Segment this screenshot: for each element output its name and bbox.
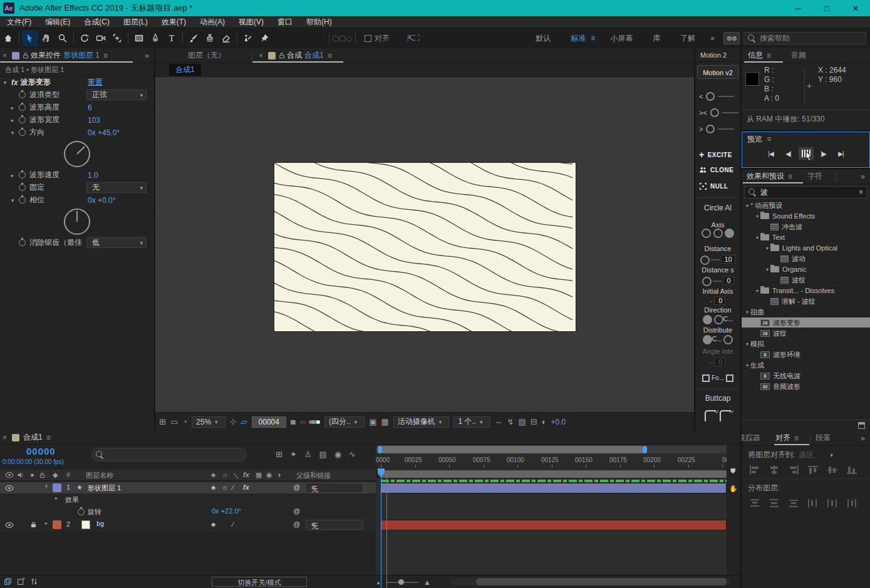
- zoom-tool[interactable]: [54, 30, 71, 46]
- timeline-button-icon[interactable]: ▤: [519, 417, 526, 426]
- snap-align-toggle[interactable]: 对齐: [365, 33, 390, 44]
- distance-control[interactable]: 10: [695, 255, 740, 265]
- navigator-start-handle[interactable]: [378, 446, 382, 453]
- pen-tool[interactable]: [147, 30, 163, 46]
- chevron-right-icon[interactable]: ▸: [9, 117, 16, 123]
- selection-tool[interactable]: [22, 30, 38, 46]
- corner-path-icon[interactable]: [720, 410, 731, 421]
- region-of-interest-icon[interactable]: ▣: [369, 417, 376, 426]
- first-frame-button[interactable]: |◀: [764, 147, 779, 160]
- time-ruler[interactable]: 0000 00025 00050 00075 00100 00125 00150…: [376, 455, 740, 468]
- effect-header-row[interactable]: ▾ fx 波形变形 重置: [0, 76, 154, 89]
- layer-name[interactable]: 形状图层 1: [88, 483, 121, 493]
- stopwatch-icon[interactable]: [19, 197, 26, 204]
- effect-name[interactable]: 波形变形: [21, 77, 51, 88]
- tree-effect[interactable]: 8波形环境: [742, 349, 870, 360]
- wave-width-value[interactable]: 103: [88, 116, 100, 125]
- camera-dropdown[interactable]: 活动摄像机▾: [393, 416, 450, 428]
- flowchart-icon[interactable]: ⊟: [531, 417, 537, 426]
- help-search-input[interactable]: [760, 34, 854, 43]
- panel-menu-icon[interactable]: ≡: [46, 433, 51, 442]
- layer-color-swatch[interactable]: [53, 483, 61, 492]
- switch-shy-icon[interactable]: ♣: [211, 520, 215, 528]
- align-center-v-icon[interactable]: [827, 465, 838, 475]
- panel-overflow-icon[interactable]: »: [856, 172, 870, 181]
- switch-shy-icon[interactable]: ♣: [211, 483, 215, 491]
- initial-axis-value[interactable]: 0: [714, 296, 725, 305]
- anchor-left-slider[interactable]: <: [699, 92, 734, 101]
- workspace-library[interactable]: 库: [643, 33, 670, 44]
- maximize-button[interactable]: □: [812, 0, 841, 16]
- distance-s-value[interactable]: 0: [723, 276, 734, 285]
- mask-visibility-icon[interactable]: ◔: [182, 417, 187, 426]
- timeline-horizontal-scrollbar[interactable]: [450, 578, 730, 585]
- timeline-search[interactable]: [91, 448, 247, 462]
- distance-s-control[interactable]: 0: [695, 276, 740, 286]
- snapshot-icon[interactable]: ◙: [291, 417, 296, 426]
- tree-preset[interactable]: 波动: [742, 254, 870, 264]
- eye-icon[interactable]: [5, 485, 14, 492]
- crosshair-icon[interactable]: ⇱: [407, 34, 414, 43]
- parent-dropdown[interactable]: 无▾: [306, 483, 363, 493]
- stopwatch-icon[interactable]: [19, 184, 26, 191]
- transfer-controls-icon[interactable]: [30, 577, 38, 585]
- panel-overflow-icon[interactable]: »: [856, 434, 870, 443]
- align-right-icon[interactable]: [788, 465, 799, 475]
- menu-layer[interactable]: 图层(L): [117, 16, 155, 28]
- tree-effect[interactable]: 8无线电波: [742, 371, 870, 381]
- tab-character[interactable]: 字符: [807, 171, 822, 182]
- current-frame-field[interactable]: 00004: [252, 416, 286, 428]
- tab-align[interactable]: 对齐: [775, 433, 790, 443]
- rotation-property-row[interactable]: 旋转 0x +22.0° @: [0, 506, 376, 519]
- buttcap-options[interactable]: [695, 410, 740, 423]
- exposure-icon[interactable]: ◐: [542, 417, 547, 426]
- effects-search-input[interactable]: [760, 188, 848, 197]
- chevron-right-icon[interactable]: ▸: [9, 172, 16, 178]
- chevron-down-icon[interactable]: ▾: [754, 235, 760, 240]
- stopwatch-icon[interactable]: [19, 104, 26, 111]
- distribute-left-icon[interactable]: [807, 498, 819, 508]
- distribute-center-v-icon[interactable]: [769, 498, 780, 508]
- in-out-icon[interactable]: [17, 577, 25, 585]
- zoom-out-icon[interactable]: ▲: [376, 580, 381, 585]
- menu-view[interactable]: 视图(V): [232, 16, 271, 28]
- chevron-down-icon[interactable]: ▾: [744, 203, 750, 209]
- fo-checkbox-row[interactable]: Fo...: [695, 374, 740, 382]
- channels-icon[interactable]: [310, 420, 320, 424]
- stopwatch-icon[interactable]: [19, 91, 26, 98]
- frame-blending-icon[interactable]: ▤: [319, 450, 326, 459]
- tab-timeline-comp[interactable]: 合成1: [23, 432, 43, 443]
- transparency-grid-icon[interactable]: ▦: [381, 417, 389, 426]
- tree-folder[interactable]: ▾Organic: [742, 264, 870, 275]
- solo-icon[interactable]: ●: [30, 471, 34, 478]
- chevron-down-icon[interactable]: ▾: [9, 130, 16, 136]
- knob-icon[interactable]: [706, 92, 715, 101]
- lock-icon[interactable]: [39, 472, 46, 479]
- next-frame-button[interactable]: |▶: [816, 147, 831, 160]
- direction-value[interactable]: 0x +45.0°: [88, 128, 120, 137]
- previous-frame-button[interactable]: ◀|: [781, 147, 796, 160]
- tree-folder[interactable]: ▾Transit... - Dissolves: [742, 286, 870, 296]
- timeline-zoom-control[interactable]: ▲ ▲: [376, 578, 431, 587]
- stopwatch-icon[interactable]: [19, 172, 26, 178]
- excite-button[interactable]: +EXCITE: [699, 150, 732, 160]
- composition-image[interactable]: [274, 163, 576, 331]
- roto-brush-tool[interactable]: [240, 30, 256, 46]
- workspace-learn[interactable]: 了解: [670, 33, 705, 44]
- close-button[interactable]: ✕: [841, 0, 870, 16]
- chevron-right-icon[interactable]: ▸: [9, 105, 16, 111]
- chevron-down-icon[interactable]: ▾: [45, 483, 48, 489]
- tab-effect-controls-target[interactable]: 形状图层 1: [63, 50, 100, 61]
- menu-composition[interactable]: 合成(C): [77, 16, 117, 28]
- panel-menu-icon[interactable]: ≡: [328, 51, 332, 60]
- checkbox-icon[interactable]: [726, 374, 733, 382]
- chevron-down-icon[interactable]: ▾: [744, 363, 750, 368]
- draft-3d-icon[interactable]: ✦: [290, 450, 297, 459]
- panel-close-icon[interactable]: ×: [3, 433, 7, 442]
- audio-icon[interactable]: [17, 472, 24, 478]
- parent-link-column[interactable]: 父级和链接: [296, 471, 331, 480]
- lock-icon[interactable]: [22, 52, 29, 59]
- tab-motion[interactable]: Motion 2: [695, 48, 740, 62]
- hide-shy-icon[interactable]: ♙: [304, 450, 312, 459]
- layer-name[interactable]: bg: [96, 520, 104, 527]
